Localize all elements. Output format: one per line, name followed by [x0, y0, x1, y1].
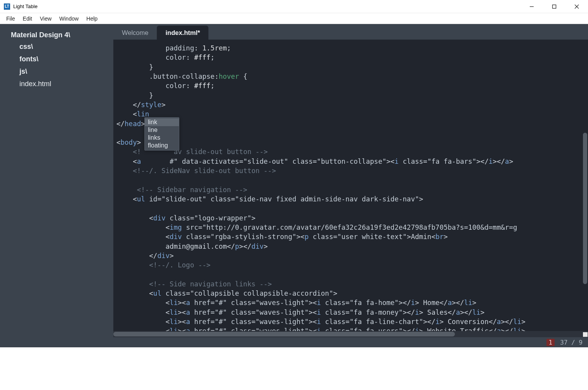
- tree-folder-fonts[interactable]: fonts\: [11, 53, 110, 66]
- maximize-button[interactable]: [543, 0, 565, 13]
- tree-file-index[interactable]: index.html: [11, 78, 110, 90]
- code-content: padding: 1.5rem; color: #fff; } .button-…: [113, 40, 588, 337]
- autocomplete-item[interactable]: links: [145, 134, 179, 142]
- menu-view[interactable]: View: [36, 14, 56, 23]
- error-count-badge[interactable]: 1: [546, 339, 555, 346]
- vertical-scrollbar[interactable]: [583, 133, 587, 284]
- svg-rect-1: [553, 5, 556, 8]
- autocomplete-item[interactable]: floating: [145, 142, 179, 149]
- cursor-position: 37 / 9: [560, 339, 583, 346]
- tree-folder-js[interactable]: js\: [11, 66, 110, 78]
- menu-file[interactable]: File: [2, 14, 19, 23]
- menu-help[interactable]: Help: [83, 14, 102, 23]
- tab-index[interactable]: index.html*: [157, 26, 208, 40]
- horizontal-scrollbar-thumb[interactable]: [113, 332, 455, 336]
- autocomplete-popup: link line links floating: [144, 117, 179, 151]
- tab-welcome[interactable]: Welcome: [113, 26, 157, 40]
- menu-window[interactable]: Window: [56, 14, 83, 23]
- editor-column: Welcome index.html* padding: 1.5rem; col…: [113, 24, 588, 347]
- minimize-button[interactable]: [520, 0, 543, 13]
- window-title: Light Table: [13, 3, 38, 9]
- close-button[interactable]: [565, 0, 588, 13]
- scroll-corner: [583, 332, 588, 337]
- window-titlebar: LT Light Table: [0, 0, 588, 13]
- bottom-chrome: [0, 347, 588, 390]
- horizontal-scrollbar-track[interactable]: [113, 331, 588, 337]
- menu-edit[interactable]: Edit: [19, 14, 36, 23]
- project-root[interactable]: Material Design 4\: [11, 31, 110, 39]
- workspace: Material Design 4\ css\ fonts\ js\ index…: [0, 24, 588, 347]
- autocomplete-item[interactable]: line: [145, 126, 179, 134]
- file-tree: Material Design 4\ css\ fonts\ js\ index…: [0, 24, 113, 347]
- tree-folder-css[interactable]: css\: [11, 41, 110, 53]
- code-editor[interactable]: padding: 1.5rem; color: #fff; } .button-…: [113, 40, 588, 337]
- status-bar: 1 37 / 9: [113, 337, 588, 347]
- window-controls: [520, 0, 588, 13]
- autocomplete-item[interactable]: link: [145, 118, 179, 126]
- tab-bar: Welcome index.html*: [113, 24, 588, 40]
- app-icon: LT: [4, 3, 10, 10]
- menubar: File Edit View Window Help: [0, 13, 588, 24]
